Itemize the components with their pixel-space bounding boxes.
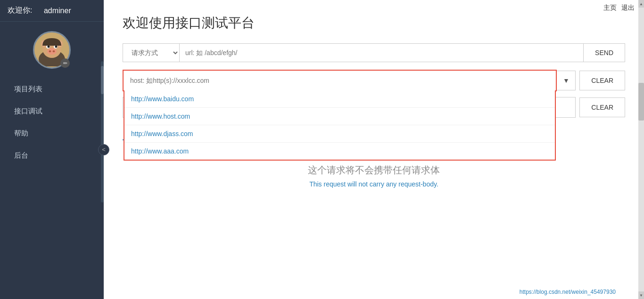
host-suggestion-2[interactable]: http://www.djass.com <box>124 125 555 143</box>
empty-body-cn-text: 这个请求将不会携带任何请求体 <box>123 164 625 177</box>
page-title: 欢迎使用接口测试平台 <box>123 14 625 32</box>
sidebar-username-label: 欢迎你: <box>8 6 32 16</box>
avatar-wrap: ✏ <box>33 31 71 69</box>
host-dropdown-arrow[interactable]: ▼ <box>557 71 576 90</box>
empty-body-en-text: This request will not carry any request-… <box>123 180 625 188</box>
params-section: http://www.baidu.com http://www.host.com… <box>123 70 625 202</box>
svg-point-8 <box>53 50 55 52</box>
host-suggestion-0[interactable]: http://www.baidu.com <box>124 90 555 108</box>
sidebar-nav: 项目列表 接口调试 帮助 后台 <box>0 78 104 167</box>
avatar-edit-icon[interactable]: ✏ <box>60 58 70 68</box>
method-select[interactable]: 请求方式 GET POST PUT DELETE <box>123 43 179 62</box>
send-button[interactable]: SEND <box>584 43 625 62</box>
sidebar-item-project-list[interactable]: 项目列表 <box>0 78 104 100</box>
sidebar-username: adminer <box>44 7 71 15</box>
sidebar: 欢迎你: adminer <box>0 0 104 299</box>
host-input[interactable] <box>124 71 556 90</box>
svg-point-6 <box>47 48 57 55</box>
content-area: 欢迎使用接口测试平台 请求方式 GET POST PUT DELETE SEND… <box>104 0 644 299</box>
footer-link: https://blog.csdn.net/weixin_45497930 <box>520 289 616 295</box>
host-dropdown: http://www.baidu.com http://www.host.com… <box>124 90 556 161</box>
main-content: 主页 退出 ▲ ▼ 欢迎使用接口测试平台 请求方式 GET POST PUT D… <box>104 0 644 299</box>
host-input-wrap: http://www.baidu.com http://www.host.com… <box>123 70 557 91</box>
sidebar-collapse-button[interactable]: < <box>98 144 109 155</box>
svg-point-12 <box>55 46 58 48</box>
clear-button-2[interactable]: CLEAR <box>579 97 625 117</box>
url-input[interactable] <box>179 43 584 62</box>
sidebar-header: 欢迎你: adminer <box>0 0 104 22</box>
sidebar-item-api-test[interactable]: 接口调试 <box>0 100 104 122</box>
clear-button-1[interactable]: CLEAR <box>579 71 625 90</box>
sidebar-item-admin[interactable]: 后台 <box>0 145 104 167</box>
sidebar-item-help[interactable]: 帮助 <box>0 122 104 145</box>
host-suggestion-3[interactable]: http://www.aaa.com <box>124 143 555 160</box>
host-suggestion-1[interactable]: http://www.host.com <box>124 108 555 125</box>
svg-point-11 <box>48 46 50 48</box>
host-row: http://www.baidu.com http://www.host.com… <box>123 70 625 91</box>
svg-point-7 <box>49 50 51 52</box>
request-row: 请求方式 GET POST PUT DELETE SEND <box>123 43 625 62</box>
